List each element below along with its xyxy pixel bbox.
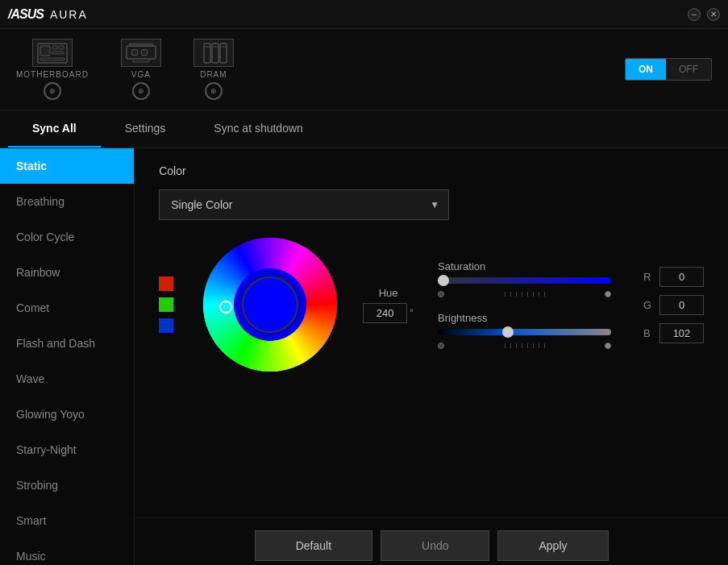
title-bar: /ASUS AURA – ✕	[0, 0, 728, 29]
sidebar-item-static[interactable]: Static	[0, 148, 134, 184]
bottom-buttons: Default Undo Apply	[135, 517, 728, 565]
swatch-red[interactable]	[159, 276, 173, 291]
app-title: AURA	[50, 8, 88, 21]
saturation-ticks	[438, 291, 611, 297]
hue-label: Hue	[379, 287, 398, 299]
brightness-tick	[510, 343, 511, 348]
sidebar-item-flash-and-dash[interactable]: Flash and Dash	[0, 326, 134, 361]
saturation-slider[interactable]	[438, 277, 611, 284]
sidebar-item-comet[interactable]: Comet	[0, 290, 134, 326]
svg-rect-1	[40, 46, 50, 56]
saturation-tick	[539, 292, 539, 297]
motherboard-label: MOTHERBOARD	[16, 70, 89, 79]
motherboard-badge: ⊕	[44, 82, 61, 100]
sidebar-item-color-cycle[interactable]: Color Cycle	[0, 219, 134, 255]
saturation-label: Saturation	[438, 260, 611, 272]
sidebar-item-strobing[interactable]: Strobing	[0, 467, 134, 503]
saturation-dot-left	[438, 291, 444, 297]
saturation-dot-right	[605, 291, 611, 297]
main-content: Static Breathing Color Cycle Rainbow Com…	[0, 148, 728, 565]
svg-rect-3	[59, 46, 64, 49]
svg-rect-2	[52, 46, 57, 49]
saturation-tick	[527, 292, 528, 297]
sidebar-item-music[interactable]: Music	[0, 538, 134, 565]
close-button[interactable]: ✕	[707, 8, 720, 21]
r-input[interactable]	[659, 267, 704, 287]
hue-input[interactable]	[363, 303, 407, 323]
sidebar-item-breathing[interactable]: Breathing	[0, 184, 134, 219]
tab-sync-all[interactable]: Sync All	[8, 110, 101, 147]
brightness-tick	[533, 343, 534, 348]
asus-logo: /ASUS	[8, 7, 44, 22]
sliders-section: Saturation	[438, 260, 611, 349]
color-swatches	[159, 276, 173, 333]
device-vga[interactable]: VGA ⊕	[121, 39, 161, 100]
hue-degree-symbol: °	[410, 307, 414, 318]
svg-point-8	[141, 49, 148, 56]
svg-rect-4	[52, 52, 64, 54]
device-dram[interactable]: DRAM ⊕	[193, 39, 234, 100]
saturation-group: Saturation	[438, 260, 611, 297]
svg-rect-10	[129, 44, 153, 46]
swatch-green[interactable]	[159, 297, 173, 312]
svg-rect-5	[40, 58, 64, 60]
b-label: B	[643, 327, 653, 339]
rgb-g-row: G	[643, 295, 704, 315]
sidebar-item-rainbow[interactable]: Rainbow	[0, 255, 134, 290]
brightness-ticks	[438, 343, 611, 349]
title-controls: – ✕	[688, 8, 720, 21]
color-mode-dropdown[interactable]: Single Color	[159, 189, 449, 220]
hue-section: Hue °	[363, 287, 414, 323]
right-panel: Color Single Color ▼ Hue	[135, 148, 728, 565]
dropdown-value: Single Color	[171, 198, 232, 211]
saturation-tick	[516, 292, 517, 297]
power-off-button[interactable]: OFF	[666, 59, 711, 80]
dram-badge: ⊕	[205, 82, 223, 100]
swatch-blue[interactable]	[159, 318, 173, 333]
tabs-bar: Sync All Settings Sync at shutdown	[0, 110, 728, 148]
brightness-tick	[539, 343, 539, 348]
devices-list: MOTHERBOARD ⊕ VGA ⊕	[16, 39, 234, 100]
rgb-r-row: R	[643, 267, 704, 287]
sidebar-item-wave[interactable]: Wave	[0, 361, 134, 397]
tab-sync-at-shutdown[interactable]: Sync at shutdown	[189, 110, 327, 147]
g-label: G	[643, 299, 653, 311]
brightness-tick	[544, 343, 545, 348]
dram-label: DRAM	[200, 70, 227, 79]
g-input[interactable]	[659, 295, 704, 315]
device-bar: MOTHERBOARD ⊕ VGA ⊕	[0, 29, 728, 110]
vga-label: VGA	[131, 70, 151, 79]
apply-button[interactable]: Apply	[497, 530, 608, 561]
color-wheel-container[interactable]	[202, 236, 339, 373]
rgb-b-row: B	[643, 323, 704, 343]
power-toggle: ON OFF	[625, 58, 712, 81]
color-picker-area: Hue ° Saturation	[159, 236, 704, 373]
saturation-tick	[533, 292, 534, 297]
sidebar-item-glowing-yoyo[interactable]: Glowing Yoyo	[0, 397, 134, 432]
brightness-label: Brightness	[438, 312, 611, 324]
brightness-tick	[522, 343, 522, 348]
color-mode-dropdown-container: Single Color ▼	[159, 189, 449, 220]
brightness-tick	[527, 343, 528, 348]
brightness-slider[interactable]	[438, 329, 611, 335]
color-label: Color	[159, 164, 704, 177]
rgb-section: R G B	[643, 267, 704, 343]
brightness-dot-right	[605, 343, 611, 349]
sidebar-item-smart[interactable]: Smart	[0, 503, 134, 538]
sidebar-item-starry-night[interactable]: Starry-Night	[0, 432, 134, 467]
svg-point-7	[131, 49, 138, 56]
brightness-tick	[516, 343, 517, 348]
tab-settings[interactable]: Settings	[101, 110, 190, 147]
saturation-tick	[505, 292, 505, 297]
minimize-button[interactable]: –	[688, 8, 701, 21]
b-input[interactable]	[659, 323, 704, 343]
undo-button[interactable]: Undo	[381, 530, 489, 561]
device-motherboard[interactable]: MOTHERBOARD ⊕	[16, 39, 89, 100]
dram-icon-box	[193, 39, 234, 67]
sidebar: Static Breathing Color Cycle Rainbow Com…	[0, 148, 135, 565]
vga-badge: ⊕	[132, 82, 150, 100]
default-button[interactable]: Default	[255, 530, 372, 561]
svg-rect-14	[205, 46, 210, 48]
brightness-tick	[505, 343, 505, 348]
power-on-button[interactable]: ON	[626, 59, 666, 80]
